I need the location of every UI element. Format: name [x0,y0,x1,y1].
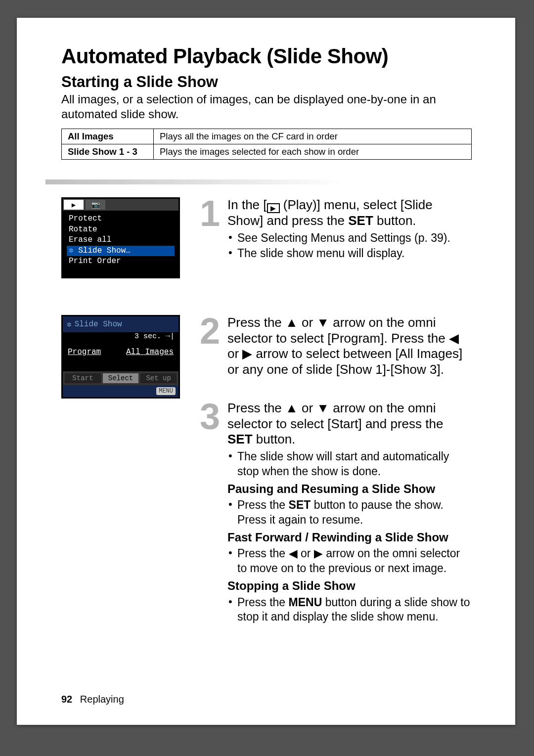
camera-lcd-play-menu: ▶ 📷 Protect Rotate Erase all ✲ Slide Sho… [61,197,180,278]
page-number: 92 [61,694,72,705]
manual-page: Automated Playback (Slide Show) Starting… [17,18,515,725]
section-name: Replaying [80,694,124,705]
menu-item-selected: ✲ Slide Show… [67,246,175,257]
lcd-program-value: All Images [126,348,174,356]
option-desc: Plays the images selected for each show … [154,144,472,160]
lcd-btn-setup: Set up [140,373,177,383]
page-footer: 92 Replaying [61,694,124,705]
play-icon: ▶ [267,203,280,213]
subheading-pausing: Pausing and Resuming a Slide Show [227,482,472,496]
subheading-stopping: Stopping a Slide Show [227,578,472,593]
options-table: All Images Plays all the images on the C… [61,129,472,160]
lcd-menu-badge: MENU [156,387,176,395]
step-1-bullet: See Selecting Menus and Settings (p. 39)… [227,231,472,245]
sub-bullet: Press the ◀ or ▶ arrow on the omni selec… [227,546,472,576]
option-name: All Images [62,129,154,144]
page-title: Automated Playback (Slide Show) [61,44,472,68]
step-3-text: Press the ▲ or ▼ arrow on the omni selec… [227,400,472,447]
section-subtitle: Starting a Slide Show [61,73,472,91]
step-1-text: In the [▶ (Play)] menu, select [Slide Sh… [227,197,472,229]
step-number: 1 [200,197,223,262]
menu-item: Rotate [67,224,175,235]
play-tab-icon: ▶ [64,200,84,210]
lcd-btn-select: Select [103,373,139,383]
menu-item: Protect [67,214,175,224]
step-3-bullet: The slide show will start and automatica… [227,449,472,479]
step-2-text: Press the ▲ or ▼ arrow on the omni selec… [227,315,472,378]
sub-bullet: Press the MENU button during a slide sho… [227,595,472,624]
step-3-row: 3 Press the ▲ or ▼ arrow on the omni sel… [61,400,472,625]
menu-item: Print Order [67,256,175,267]
camera-lcd-slideshow: ✲Slide Show 3 sec. →| Program All Images… [61,315,180,399]
subheading-fastforward: Fast Forward / Rewinding a Slide Show [227,530,472,544]
lcd-program-label: Program [68,348,101,356]
option-desc: Plays all the images on the CF card in o… [154,129,472,144]
sub-bullet: Press the SET button to pause the show. … [227,498,472,527]
option-name: Slide Show 1 - 3 [62,144,154,160]
setup-tab-icon: 📷 [86,200,105,210]
step-number: 3 [200,400,223,625]
lcd-time: 3 sec. [134,332,161,341]
step-number: 2 [200,315,223,378]
step-1-bullet: The slide show menu will display. [227,246,472,261]
divider-gradient [45,179,472,184]
lcd-title: Slide Show [75,320,122,329]
menu-item: Erase all [67,235,175,246]
table-row: All Images Plays all the images on the C… [62,129,472,144]
intro-paragraph: All images, or a selection of images, ca… [61,92,472,122]
table-row: Slide Show 1 - 3 Plays the images select… [62,144,472,160]
step-2-row: ✲Slide Show 3 sec. →| Program All Images… [61,315,472,399]
lcd-btn-start: Start [65,373,101,383]
slideshow-icon: ✲ [67,319,72,329]
step-1-row: ▶ 📷 Protect Rotate Erase all ✲ Slide Sho… [61,197,472,293]
